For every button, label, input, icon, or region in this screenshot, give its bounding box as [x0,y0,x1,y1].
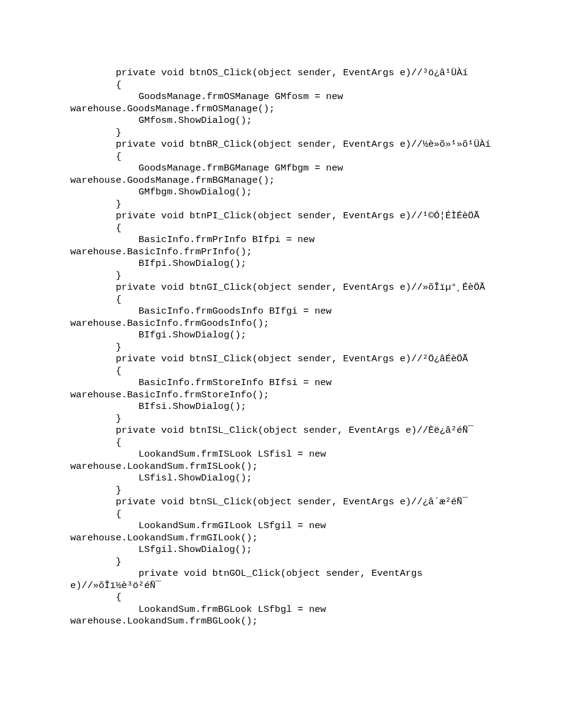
document-page: private void btnOS_Click(object sender, … [0,0,562,728]
code-block: private void btnOS_Click(object sender, … [70,67,492,628]
